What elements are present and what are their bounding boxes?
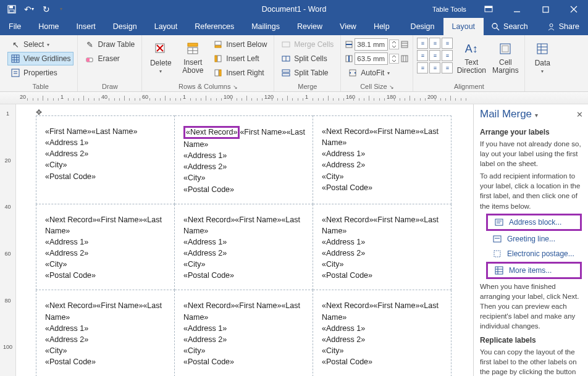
svg-rect-33 bbox=[215, 70, 219, 76]
label-cell[interactable]: «Next Record»«First Name»«Last Name»«Add… bbox=[175, 204, 313, 290]
select-button[interactable]: ↖Select ▾ bbox=[7, 38, 74, 51]
data-button[interactable]: Data▾ bbox=[529, 38, 556, 74]
document-area[interactable]: ✥ «First Name»«Last Name»«Address 1»«Add… bbox=[16, 104, 473, 376]
undo-icon[interactable]: ↶▾ bbox=[21, 2, 37, 17]
pane-close-button[interactable]: ✕ bbox=[576, 110, 583, 119]
replicate-text: You can copy the layout of the first lab… bbox=[480, 347, 582, 376]
distribute-rows-icon[interactable] bbox=[400, 40, 409, 49]
label-cell[interactable]: «Next Record»«First Name»«Last Name»«Add… bbox=[313, 290, 452, 376]
tab-insert[interactable]: Insert bbox=[68, 18, 104, 35]
ruler-horizontal[interactable]: 201406011001201160180200 bbox=[0, 92, 588, 104]
share-button[interactable]: Share bbox=[539, 18, 588, 35]
align-bc[interactable]: ≡ bbox=[429, 62, 440, 73]
contextual-tab-caption: Table Tools bbox=[426, 0, 472, 18]
group-data: Data▾ bbox=[525, 35, 560, 91]
save-icon[interactable] bbox=[4, 2, 20, 17]
svg-rect-51 bbox=[500, 44, 510, 54]
search-icon bbox=[491, 22, 500, 31]
align-tr[interactable]: ≡ bbox=[442, 38, 453, 49]
insert-left-button[interactable]: Insert Left bbox=[210, 52, 270, 65]
ruler-vertical[interactable]: 120406080100 bbox=[0, 104, 16, 376]
split-table-icon bbox=[281, 68, 291, 78]
draw-table-button[interactable]: ✎Draw Table bbox=[82, 38, 138, 51]
tab-view[interactable]: View bbox=[331, 18, 365, 35]
label-cell[interactable]: «Next Record»«First Name»«Last Name»«Add… bbox=[175, 290, 313, 376]
arrange-heading: Arrange your labels bbox=[480, 128, 582, 136]
pane-title: Mail Merge ▾ bbox=[480, 108, 538, 120]
maximize-button[interactable] bbox=[531, 0, 560, 18]
distribute-cols-icon[interactable] bbox=[400, 54, 409, 63]
ribbon-display-icon[interactable] bbox=[474, 0, 503, 18]
col-width-field[interactable]: 63.5 mm bbox=[345, 52, 409, 65]
align-br[interactable]: ≡ bbox=[442, 62, 453, 73]
group-rows-cols: Delete▾ Insert Above Insert Below Insert… bbox=[142, 35, 274, 91]
label-cell[interactable]: «Next Record»«First Name»«Last Name»«Add… bbox=[313, 204, 452, 290]
svg-rect-29 bbox=[215, 41, 221, 45]
svg-rect-57 bbox=[495, 219, 503, 225]
properties-button[interactable]: Properties bbox=[7, 66, 74, 80]
align-mc[interactable]: ≡ bbox=[429, 50, 440, 61]
label-cell[interactable]: «Next Record»«First Name»«Last Name»«Add… bbox=[36, 204, 175, 290]
view-gridlines-button[interactable]: View Gridlines bbox=[7, 52, 74, 65]
label-cell[interactable]: «First Name»«Last Name»«Address 1»«Addre… bbox=[36, 116, 175, 204]
greeting-line-link[interactable]: Greeting line... bbox=[480, 232, 582, 246]
address-block-link[interactable]: Address block... bbox=[486, 214, 582, 231]
cell-margins-button[interactable]: Cell Margins bbox=[490, 38, 521, 75]
close-button[interactable] bbox=[560, 0, 588, 18]
row-height-value[interactable]: 38.1 mm bbox=[355, 38, 388, 51]
autofit-button[interactable]: AutoFit▾ bbox=[345, 66, 409, 80]
title-bar: ↶▾ ↻ Document1 - Word Table Tools bbox=[0, 0, 588, 18]
tab-table-layout[interactable]: Layout bbox=[443, 18, 484, 35]
align-tl[interactable]: ≡ bbox=[417, 38, 428, 49]
col-width-value[interactable]: 63.5 mm bbox=[355, 52, 388, 65]
table-anchor-icon[interactable]: ✥ bbox=[36, 108, 42, 117]
eraser-icon bbox=[85, 54, 94, 64]
minimize-button[interactable] bbox=[503, 0, 531, 18]
split-table-button[interactable]: Split Table bbox=[278, 66, 337, 80]
tab-mailings[interactable]: Mailings bbox=[243, 18, 288, 35]
split-cells-button[interactable]: Split Cells bbox=[278, 52, 337, 65]
tab-home[interactable]: Home bbox=[30, 18, 67, 35]
tab-help[interactable]: Help bbox=[365, 18, 398, 35]
share-label: Share bbox=[559, 22, 579, 31]
window-controls bbox=[474, 0, 588, 18]
tab-references[interactable]: References bbox=[186, 18, 243, 35]
labels-table[interactable]: «First Name»«Last Name»«Address 1»«Addre… bbox=[36, 115, 452, 376]
align-ml[interactable]: ≡ bbox=[417, 50, 428, 61]
row-height-field[interactable]: 38.1 mm bbox=[345, 38, 409, 51]
delete-button[interactable]: Delete▾ bbox=[146, 38, 175, 74]
align-tc[interactable]: ≡ bbox=[429, 38, 440, 49]
eraser-button[interactable]: Eraser bbox=[82, 52, 138, 65]
group-table: ↖Select ▾ View Gridlines Properties Tabl… bbox=[4, 35, 78, 91]
more-items-link[interactable]: More items... bbox=[486, 262, 582, 279]
text-direction-button[interactable]: A↕ Text Direction bbox=[455, 38, 487, 75]
qat-customize-icon[interactable] bbox=[56, 2, 65, 17]
align-bl[interactable]: ≡ bbox=[417, 62, 428, 73]
redo-icon[interactable]: ↻ bbox=[38, 2, 54, 17]
properties-icon bbox=[10, 68, 20, 78]
tab-file[interactable]: File bbox=[0, 18, 30, 35]
search-box[interactable]: Search bbox=[484, 18, 536, 35]
svg-rect-52 bbox=[502, 46, 508, 52]
insert-right-button[interactable]: Insert Right bbox=[210, 66, 270, 80]
insert-left-icon bbox=[213, 54, 223, 64]
svg-rect-12 bbox=[12, 55, 19, 62]
width-spinner[interactable] bbox=[389, 54, 399, 64]
label-cell[interactable]: «Next Record»«First Name»«Last Name»«Add… bbox=[36, 290, 175, 376]
alignment-grid[interactable]: ≡≡≡ ≡≡≡ ≡≡≡ bbox=[417, 38, 453, 73]
label-cell[interactable]: «Next Record»«First Name»«Last Name»«Add… bbox=[313, 116, 452, 204]
insert-above-button[interactable]: Insert Above bbox=[178, 38, 208, 75]
tab-layout-page[interactable]: Layout bbox=[146, 18, 187, 35]
height-spinner[interactable] bbox=[389, 40, 399, 49]
label-cell[interactable]: «Next Record»«First Name»«Last Name»«Add… bbox=[175, 116, 313, 204]
merge-cells-button: Merge Cells bbox=[278, 38, 337, 51]
svg-rect-38 bbox=[282, 70, 290, 72]
insert-below-button[interactable]: Insert Below bbox=[210, 38, 270, 51]
arrange-text-3: When you have finished arranging your la… bbox=[480, 282, 582, 331]
electronic-postage-link[interactable]: Electronic postage... bbox=[480, 247, 582, 261]
tab-review[interactable]: Review bbox=[288, 18, 331, 35]
tab-table-design[interactable]: Design bbox=[402, 18, 443, 35]
tab-design-page[interactable]: Design bbox=[104, 18, 146, 35]
group-label-table: Table bbox=[7, 83, 74, 91]
align-mr[interactable]: ≡ bbox=[442, 50, 453, 61]
